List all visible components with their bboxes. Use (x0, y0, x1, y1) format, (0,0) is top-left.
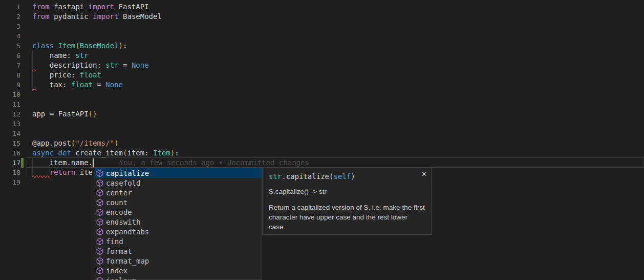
code-token: class (32, 42, 58, 50)
line-number: 17 (0, 158, 20, 168)
code-token: = (93, 81, 105, 89)
code-line[interactable]: 11 (0, 99, 644, 109)
code-token: price: (32, 71, 80, 79)
line-number: 8 (0, 70, 20, 80)
code-line[interactable]: 13 (0, 119, 644, 129)
code-token: () (89, 110, 97, 118)
code-token: item.name. (32, 158, 93, 167)
code-token: : (123, 42, 127, 50)
line-number: 11 (0, 99, 20, 109)
error-squiggle-icon (32, 174, 50, 178)
suggest-item-index[interactable]: index (94, 266, 262, 275)
suggest-item-label: index (106, 267, 127, 275)
code-token: None (132, 61, 149, 69)
code-token: async def (32, 149, 75, 157)
line-number: 1 (0, 2, 20, 12)
suggest-details-popup: str.capitalize(self) ✕ S.capitalize() ->… (262, 168, 432, 235)
code-token: name: (32, 51, 75, 59)
code-text: description: str = None (32, 61, 149, 70)
code-token: @app.post (32, 139, 71, 147)
code-token: Item (153, 149, 170, 157)
code-line[interactable]: 2from pydantic import BaseModel (0, 12, 644, 22)
suggest-item-endswith[interactable]: endswith (94, 217, 262, 227)
code-token: fastapi (50, 3, 89, 11)
code-line[interactable]: 4 (0, 31, 644, 41)
code-token: ) (351, 172, 355, 181)
suggest-item-label: endswith (106, 218, 140, 226)
line-number: 7 (0, 61, 20, 70)
code-token: ( (75, 42, 79, 50)
code-text: class Item(BaseModel): (32, 41, 127, 51)
suggest-item-format[interactable]: format (94, 246, 262, 256)
suggest-item-label: count (106, 198, 127, 207)
suggest-item-isalnum[interactable]: isalnum (94, 275, 262, 280)
suggest-item-label: center (106, 189, 132, 197)
suggest-item-label: isalnum (106, 276, 136, 280)
code-token: import (93, 12, 119, 21)
code-line[interactable]: 14 (0, 129, 644, 138)
method-icon (96, 169, 104, 177)
suggest-item-encode[interactable]: encode (94, 207, 262, 217)
code-text: from fastapi import FastAPI (32, 2, 149, 12)
suggest-item-label: capitalize (106, 169, 149, 177)
code-token: : (175, 149, 179, 157)
suggest-item-count[interactable]: count (94, 197, 262, 207)
code-line[interactable]: 8 price: float (0, 70, 644, 80)
code-token: BaseModel (80, 42, 119, 50)
code-token: app = FastAPI (32, 110, 89, 118)
method-icon (96, 267, 104, 275)
code-token: "/items/" (75, 139, 114, 147)
line-number: 18 (0, 168, 20, 177)
code-token: pydantic (50, 12, 93, 21)
code-line[interactable]: 3 (0, 22, 644, 31)
suggest-item-expandtabs[interactable]: expandtabs (94, 227, 262, 236)
method-icon (96, 276, 104, 280)
suggest-item-capitalize[interactable]: capitalize (94, 168, 262, 178)
code-line[interactable]: 7 description: str = None (0, 61, 644, 70)
code-line[interactable]: 16async def create_item(item: Item): (0, 148, 644, 158)
code-line[interactable]: 5class Item(BaseModel): (0, 41, 644, 51)
method-icon (96, 257, 104, 265)
suggest-item-format_map[interactable]: format_map (94, 256, 262, 266)
code-token: self (333, 172, 351, 181)
signature-return: S.capitalize() -> str (269, 188, 425, 195)
suggest-item-center[interactable]: center (94, 188, 262, 197)
code-text: app = FastAPI() (32, 109, 97, 119)
method-icon (96, 198, 104, 207)
line-number: 13 (0, 119, 20, 129)
code-line[interactable]: 1from fastapi import FastAPI (0, 2, 644, 12)
suggest-item-label: find (106, 237, 123, 246)
line-number: 10 (0, 90, 20, 99)
code-token: tax: (32, 81, 71, 89)
signature: str.capitalize(self) (269, 172, 425, 181)
error-squiggle-icon (32, 68, 38, 72)
code-token: None (105, 81, 123, 89)
line-number: 4 (0, 31, 20, 41)
code-token: ite (75, 168, 93, 176)
line-number: 3 (0, 22, 20, 31)
method-icon (96, 237, 104, 246)
code-text: tax: float = None (32, 80, 123, 90)
code-token: ) (114, 139, 118, 147)
suggest-item-label: format (106, 247, 132, 255)
suggest-item-label: format_map (106, 257, 149, 265)
code-text: item.name. (32, 158, 93, 168)
code-text: name: str (32, 51, 89, 61)
code-token: Item (58, 42, 76, 50)
method-description: Return a capitalized version of S, i.e. … (269, 203, 425, 232)
code-line[interactable]: 10 (0, 90, 644, 99)
line-number: 12 (0, 109, 20, 119)
code-line[interactable]: 9 tax: float = None (0, 80, 644, 90)
code-line[interactable]: 12app = FastAPI() (0, 109, 644, 119)
code-line[interactable]: 6 name: str (0, 51, 644, 61)
code-token: ) (119, 42, 123, 50)
suggest-item-label: expandtabs (106, 228, 149, 236)
line-number: 15 (0, 138, 20, 148)
line-number: 9 (0, 80, 20, 90)
suggest-item-casefold[interactable]: casefold (94, 178, 262, 188)
close-icon[interactable]: ✕ (420, 170, 428, 178)
error-squiggle-icon (32, 88, 38, 91)
suggest-item-find[interactable]: find (94, 236, 262, 246)
code-token: BaseModel (119, 12, 162, 21)
code-line[interactable]: 15@app.post("/items/") (0, 138, 644, 148)
